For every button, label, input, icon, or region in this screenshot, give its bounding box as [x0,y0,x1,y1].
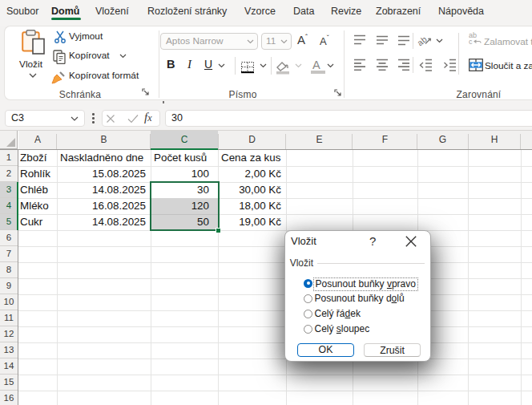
svg-text:ab: ab [417,34,429,47]
svg-text:c: c [469,38,473,45]
